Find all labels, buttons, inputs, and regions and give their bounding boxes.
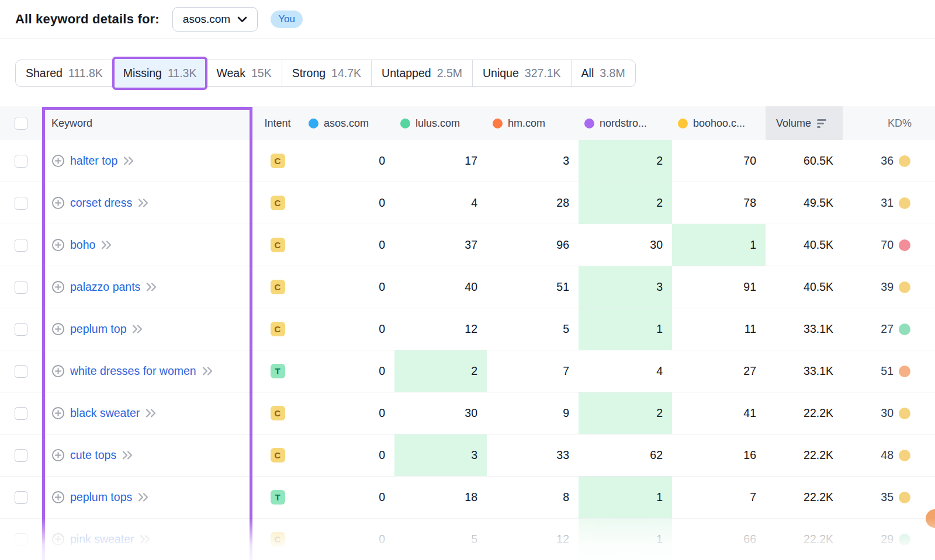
double-chevron-icon[interactable]: [146, 282, 158, 292]
keyword-link[interactable]: peplum tops: [70, 491, 132, 504]
intent-badge[interactable]: C: [271, 406, 285, 420]
table-row: pink sweater C 0 5 12 1 66 22.2K 29: [0, 519, 935, 560]
sort-descending-icon: [817, 119, 826, 128]
hm-value-cell: 3: [487, 140, 579, 182]
keyword-cell: peplum top: [42, 308, 252, 350]
column-header-hm[interactable]: hm.com: [487, 106, 579, 140]
kd-value: 39: [881, 280, 894, 294]
add-keyword-icon[interactable]: [51, 491, 65, 504]
keyword-link[interactable]: boho: [70, 238, 95, 252]
boohoo-value-cell: 7: [672, 476, 766, 518]
kd-difficulty-dot: [899, 324, 910, 335]
row-checkbox[interactable]: [15, 449, 27, 462]
tab-shared[interactable]: Shared111.8K: [16, 60, 113, 86]
keyword-link[interactable]: black sweater: [70, 406, 140, 420]
add-keyword-icon[interactable]: [51, 196, 65, 210]
double-chevron-icon[interactable]: [137, 492, 150, 502]
row-checkbox[interactable]: [15, 491, 27, 504]
boohoo-value-cell: 78: [672, 182, 766, 224]
double-chevron-icon[interactable]: [131, 324, 144, 334]
keyword-link[interactable]: cute tops: [70, 448, 116, 462]
table-row: cute tops C 0 3 33 62 16 22.2K 48: [0, 434, 935, 476]
row-checkbox[interactable]: [15, 281, 27, 294]
add-keyword-icon[interactable]: [51, 280, 65, 294]
intent-badge[interactable]: C: [271, 238, 285, 252]
intent-badge[interactable]: C: [271, 154, 285, 168]
asos-value-cell: 0: [303, 182, 394, 224]
keyword-link[interactable]: peplum top: [70, 322, 126, 336]
kd-cell: 39: [843, 266, 935, 308]
add-keyword-icon[interactable]: [51, 533, 65, 546]
kd-cell: 48: [843, 434, 935, 476]
keyword-cell: corset dress: [42, 182, 252, 224]
intent-badge[interactable]: C: [271, 280, 285, 294]
column-header-asos[interactable]: asos.com: [303, 106, 394, 140]
double-chevron-icon[interactable]: [101, 240, 113, 250]
lulus-dot-icon: [400, 119, 410, 128]
keyword-link[interactable]: pink sweater: [70, 533, 134, 546]
kd-value: 70: [881, 238, 894, 252]
tab-all[interactable]: All3.8M: [572, 60, 635, 86]
double-chevron-icon[interactable]: [122, 450, 134, 460]
hm-value-cell: 51: [487, 266, 579, 308]
intent-badge[interactable]: T: [271, 490, 285, 505]
double-chevron-icon[interactable]: [139, 534, 151, 544]
intent-badge[interactable]: C: [271, 196, 285, 210]
column-header-keyword[interactable]: Keyword: [42, 106, 252, 140]
column-header-intent[interactable]: Intent: [252, 106, 303, 140]
keyword-link[interactable]: halter top: [70, 154, 117, 168]
kd-cell: 29: [843, 519, 935, 560]
keyword-link[interactable]: corset dress: [70, 196, 132, 210]
intent-badge[interactable]: C: [271, 448, 285, 462]
tab-missing[interactable]: Missing11.3K: [112, 57, 208, 90]
asos-value-cell: 0: [303, 519, 394, 560]
intent-badge[interactable]: C: [271, 322, 285, 336]
intent-cell: C: [252, 224, 303, 266]
lulus-value-cell: 3: [394, 434, 487, 476]
row-checkbox[interactable]: [15, 365, 27, 378]
domain-selector-dropdown[interactable]: asos.com: [172, 7, 258, 32]
intent-badge[interactable]: C: [271, 532, 285, 547]
hm-value-cell: 28: [487, 182, 579, 224]
tab-unique[interactable]: Unique327.1K: [473, 60, 572, 86]
tab-untapped[interactable]: Untapped2.5M: [372, 60, 473, 86]
column-header-lulus[interactable]: lulus.com: [394, 106, 487, 140]
column-header-boohoo[interactable]: boohoo.c...: [672, 106, 766, 140]
nordstrom-value-cell: 1: [579, 519, 672, 560]
select-all-checkbox[interactable]: [15, 117, 27, 130]
kd-value: 48: [881, 448, 894, 462]
row-checkbox[interactable]: [15, 197, 27, 210]
row-checkbox[interactable]: [15, 239, 27, 252]
add-keyword-icon[interactable]: [51, 364, 65, 378]
row-checkbox-cell: [0, 266, 42, 308]
intent-badge[interactable]: T: [271, 364, 285, 378]
kd-difficulty-dot: [899, 366, 910, 377]
row-checkbox[interactable]: [15, 407, 27, 420]
tab-weak[interactable]: Weak15K: [206, 60, 282, 86]
double-chevron-icon[interactable]: [145, 408, 157, 418]
intent-cell: C: [252, 519, 303, 560]
add-keyword-icon[interactable]: [51, 154, 65, 168]
add-keyword-icon[interactable]: [51, 406, 65, 420]
double-chevron-icon[interactable]: [202, 366, 214, 376]
row-checkbox[interactable]: [15, 533, 27, 546]
add-keyword-icon[interactable]: [51, 322, 65, 336]
table-row: boho C 0 37 96 30 1 40.5K 70: [0, 224, 935, 266]
row-checkbox-cell: [0, 350, 42, 392]
kd-cell: 27: [843, 308, 935, 350]
keyword-link[interactable]: palazzo pants: [70, 280, 140, 294]
double-chevron-icon[interactable]: [137, 198, 150, 208]
keyword-link[interactable]: white dresses for women: [70, 364, 196, 378]
hm-value-cell: 33: [487, 434, 579, 476]
tab-strong[interactable]: Strong14.7K: [282, 60, 372, 86]
table-row: black sweater C 0 30 9 2 41 22.2K 30: [0, 392, 935, 434]
column-header-volume[interactable]: Volume: [766, 106, 843, 140]
row-checkbox[interactable]: [15, 323, 27, 336]
keyword-cell: boho: [42, 224, 252, 266]
add-keyword-icon[interactable]: [51, 448, 65, 462]
column-header-kd[interactable]: KD%: [843, 106, 935, 140]
column-header-nordstrom[interactable]: nordstro...: [579, 106, 672, 140]
row-checkbox[interactable]: [15, 155, 27, 168]
add-keyword-icon[interactable]: [51, 238, 65, 252]
double-chevron-icon[interactable]: [123, 156, 135, 166]
